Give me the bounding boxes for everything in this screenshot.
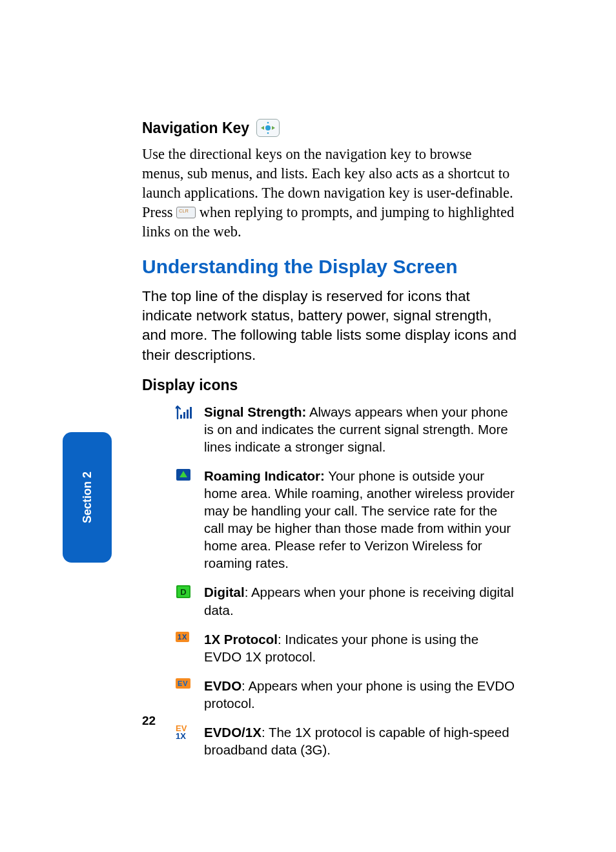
signal-strength-icon bbox=[176, 403, 204, 420]
svg-rect-5 bbox=[187, 410, 189, 419]
icon-term: EVDO bbox=[204, 678, 241, 693]
1x-protocol-icon: 1X bbox=[176, 630, 204, 642]
section-tab: Section 2 bbox=[63, 432, 112, 563]
navigation-key-paragraph: Use the directional keys on the navigati… bbox=[142, 145, 517, 242]
display-icons-list: Signal Strength: Always appears when you… bbox=[176, 403, 517, 758]
list-item: EV1X EVDO/1X: The 1X protocol is capable… bbox=[176, 723, 517, 758]
icon-desc-text: Appears when your phone is using the EVD… bbox=[204, 678, 515, 711]
list-item: Signal Strength: Always appears when you… bbox=[176, 403, 517, 455]
section-tab-label: Section 2 bbox=[81, 472, 94, 523]
svg-point-1 bbox=[267, 122, 269, 124]
page-content: Navigation Key Use the directional keys … bbox=[142, 119, 517, 770]
icon-term: Digital bbox=[204, 585, 245, 599]
list-item: 1X 1X Protocol: Indicates your phone is … bbox=[176, 630, 517, 665]
manual-page: Section 2 Navigation Key Use the directi… bbox=[0, 0, 616, 852]
svg-point-0 bbox=[265, 125, 271, 130]
nav-body-after: when replying to prompts, and jumping to… bbox=[142, 204, 514, 240]
list-item: Roaming Indicator: Your phone is outside… bbox=[176, 467, 517, 572]
icon-desc-text: Your phone is outside your home area. Wh… bbox=[204, 468, 515, 570]
understanding-display-intro: The top line of the display is reserved … bbox=[142, 287, 517, 366]
icon-term: 1X Protocol bbox=[204, 632, 278, 647]
icon-desc-text: Appears when your phone is receiving dig… bbox=[204, 585, 514, 617]
navigation-key-heading-text: Navigation Key bbox=[142, 119, 249, 136]
evdo-1x-icon: EV1X bbox=[176, 723, 204, 741]
navigation-key-heading: Navigation Key bbox=[142, 119, 517, 138]
understanding-display-heading: Understanding the Display Screen bbox=[142, 256, 517, 278]
icon-term: EVDO/1X bbox=[204, 725, 262, 740]
page-number: 22 bbox=[142, 714, 156, 728]
navigation-key-icon bbox=[256, 119, 280, 137]
list-item: EV EVDO: Appears when your phone is usin… bbox=[176, 677, 517, 712]
roaming-indicator-icon bbox=[176, 467, 204, 481]
svg-point-2 bbox=[267, 132, 269, 134]
clr-key-icon bbox=[176, 207, 196, 218]
icon-term: Roaming Indicator: bbox=[204, 468, 325, 483]
list-item: D Digital: Appears when your phone is re… bbox=[176, 583, 517, 618]
svg-rect-4 bbox=[183, 412, 185, 419]
svg-rect-6 bbox=[190, 407, 192, 419]
digital-icon: D bbox=[176, 583, 204, 599]
svg-rect-3 bbox=[180, 415, 182, 419]
display-icons-heading: Display icons bbox=[142, 377, 517, 394]
evdo-icon: EV bbox=[176, 677, 204, 689]
svg-text:D: D bbox=[180, 587, 186, 597]
icon-term: Signal Strength: bbox=[204, 404, 306, 419]
